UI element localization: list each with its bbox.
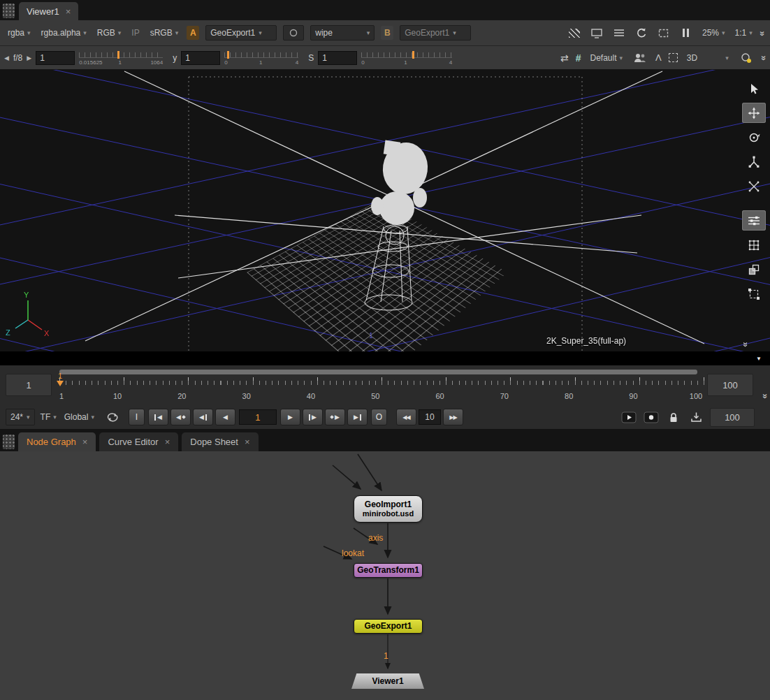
refresh-button[interactable] [633,25,650,41]
view-preset-dropdown[interactable]: Default ▾ [588,52,625,64]
saturation-slider[interactable]: 0 1 4 [361,50,452,68]
next-keyframe-button[interactable]: ▶ [325,409,345,425]
step-forward-button[interactable]: ▶ [303,409,323,425]
vertex-mode-button[interactable] [742,235,766,255]
jump-back-button[interactable]: ◀◀ [396,409,416,425]
frame-ruler[interactable]: 1 10 20 30 40 50 60 70 80 90 100 1 [59,368,704,403]
tab-viewer1[interactable]: Viewer1 × [19,2,78,20]
node-viewer1[interactable]: Viewer1 [351,673,424,689]
gamma-slider[interactable]: 0 1 4 [224,50,298,68]
scanline-button[interactable] [611,25,627,41]
tab-dope-sheet[interactable]: Dope Sheet × [182,432,258,451]
rotate-tool-button[interactable] [742,127,766,147]
close-icon[interactable]: × [245,437,250,447]
range-scope-dropdown[interactable]: Global ▾ [62,411,96,423]
scale-tool-button[interactable] [742,152,766,172]
viewer-3d-viewport[interactable]: Y X Z 1 2K_Super_35(full-ap) [0,70,770,351]
visible-range-scrollbar[interactable] [59,370,697,374]
set-in-button[interactable]: I [129,409,145,425]
display-properties-button[interactable] [742,210,766,231]
keyframe-icon [182,415,186,419]
gain-slider-handle[interactable] [117,51,119,59]
panel-grip-icon[interactable] [3,3,15,18]
node-graph-canvas[interactable]: GeoImport1 minirobot.usd axis lookat Geo… [0,451,770,700]
lock-range-button[interactable] [665,409,682,425]
tab-node-graph[interactable]: Node Graph × [18,432,96,451]
gain-field[interactable]: 1 [36,51,75,65]
timeline-menu-button[interactable]: ▼ [750,354,767,363]
tf-dropdown[interactable]: TF ▾ [38,411,59,423]
fps-dropdown[interactable]: 24* ▾ [6,409,35,425]
prev-keyframe-button[interactable]: ◀ [170,409,191,425]
marquee-select-icon[interactable] [669,53,678,62]
expand-chevrons-icon[interactable]: » [757,31,767,35]
expand-chevrons-icon[interactable]: » [758,55,769,59]
loop-mode-button[interactable] [104,409,121,425]
set-out-button[interactable]: O [371,409,387,425]
frame-increment-field[interactable]: 10 [419,409,441,425]
gamma-slider-handle[interactable] [227,51,229,59]
channels-dropdown[interactable]: rgba ▾ [6,27,33,39]
input-process-toggle[interactable]: IP [129,27,141,39]
playback-end-field[interactable]: 100 [710,408,755,427]
node-geotransform1[interactable]: GeoTransform1 [354,563,423,578]
goto-start-button[interactable]: ◀ [148,409,168,425]
proxy-dropdown[interactable]: 1:1 ▾ [733,27,755,39]
a-source-dropdown[interactable]: GeoExport1 ▾ [205,25,277,41]
saturation-field[interactable]: 1 [318,51,357,65]
save-flipbook-button[interactable] [688,409,704,425]
node-geoimport1[interactable]: GeoImport1 minirobot.usd [354,495,423,523]
close-icon[interactable]: × [66,6,71,17]
view-mode-dropdown[interactable]: 3D ▾ [685,52,731,64]
face-mode-button[interactable] [742,259,766,279]
prev-view-icon[interactable]: ◀ [4,54,9,61]
pause-button[interactable] [678,25,695,41]
b-buffer-badge[interactable]: B [381,26,393,40]
next-view-icon[interactable]: ▶ [27,54,31,61]
range-start-field[interactable]: 1 [6,374,52,396]
a-buffer-badge[interactable]: A [187,26,199,40]
grid-toggle-icon[interactable]: # [576,52,581,64]
close-icon[interactable]: × [165,437,170,447]
saturation-slider-handle[interactable] [412,51,414,59]
play-backward-button[interactable]: ◀ [215,409,235,425]
sample-button[interactable] [738,50,755,66]
viewport-chevrons-icon[interactable]: » [740,342,750,346]
gamma-field[interactable]: 1 [181,51,220,65]
robot-wireframe [365,225,412,310]
range-end-field[interactable]: 100 [707,374,753,396]
swap-ab-icon[interactable]: ⇄ [560,52,569,64]
playhead-marker[interactable]: 1 [57,372,64,386]
transform-tool-button[interactable] [742,176,766,196]
checkerboard-button[interactable] [566,25,583,41]
wipe-center-button[interactable] [283,25,304,41]
pointer-tool-button[interactable] [742,78,766,99]
colorspace-dropdown[interactable]: sRGB ▾ [148,27,181,39]
translate-tool-button[interactable] [742,103,766,123]
node-geoexport1[interactable]: GeoExport1 [354,619,423,634]
prev-icon: ◀ [176,414,181,421]
monitor-output-button[interactable] [588,25,605,41]
gain-slider[interactable]: 0.015625 1 1064 [79,50,163,68]
aperture-label[interactable]: f/8 [13,53,22,63]
close-icon[interactable]: × [82,437,88,447]
tab-curve-editor[interactable]: Curve Editor × [99,432,178,451]
timeline-chevrons-icon[interactable]: » [760,393,770,398]
b-source-dropdown[interactable]: GeoExport1 ▾ [400,25,471,41]
panel-grip-icon[interactable] [3,435,15,449]
step-back-button[interactable]: ◀ [193,409,213,425]
lut-curve-icon[interactable]: Λ [655,52,662,63]
wipe-mode-dropdown[interactable]: wipe ▾ [310,25,375,41]
play-forward-button[interactable]: ▶ [280,409,300,425]
goto-end-button[interactable]: ▶ [347,409,368,425]
alpha-channel-dropdown[interactable]: rgba.alpha ▾ [39,27,89,39]
zoom-dropdown[interactable]: 25% ▾ [700,27,727,39]
roi-button[interactable] [655,25,672,41]
display-channel-dropdown[interactable]: RGB ▾ [95,27,124,39]
cameras-button[interactable] [632,50,648,66]
flipbook-button[interactable] [620,409,637,425]
object-mode-button[interactable] [742,284,766,304]
current-frame-field[interactable]: 1 [239,409,277,425]
jump-forward-button[interactable]: ▶▶ [443,409,463,425]
capture-button[interactable] [643,409,660,425]
